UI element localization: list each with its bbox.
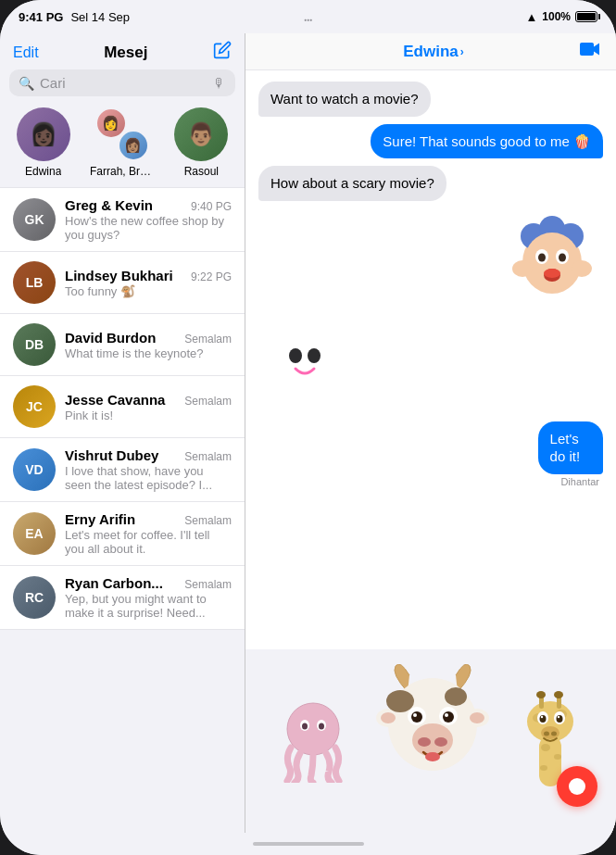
chevron-icon: › (460, 45, 464, 58)
pinned-contact-edwina[interactable]: 👩🏿 Edwina (17, 107, 70, 178)
item-info-jesse: Jesse Cavanna Semalam Pink it is! (65, 392, 232, 422)
list-item[interactable]: RC Ryan Carbon... Semalam Yep, but you m… (0, 566, 245, 630)
status-time: 9:41 PG (19, 10, 63, 24)
message-text: Want to watch a movie? (270, 91, 419, 107)
item-info-david: David Burdon Semalam What time is the ke… (65, 330, 232, 360)
svg-point-17 (308, 348, 321, 363)
item-top-david: David Burdon Semalam (65, 330, 232, 346)
status-bar: 9:41 PG Sel 14 Sep ●●● ▲ 100% (0, 0, 616, 33)
item-name: Lindsey Bukhari (65, 268, 173, 283)
animoji-cow[interactable] (372, 664, 493, 801)
message-bubble-sent: Let's do it! (538, 421, 603, 474)
avatar-edwina: 👩🏿 (17, 107, 70, 161)
status-left: 9:41 PG Sel 14 Sep (19, 10, 130, 24)
svg-point-5 (524, 233, 580, 292)
record-button[interactable] (557, 766, 597, 807)
item-info-greg: Greg & Kevin 9:40 PG How's the new coffe… (65, 197, 232, 242)
list-item[interactable]: GK Greg & Kevin 9:40 PG How's the new co… (0, 187, 245, 252)
message-bubble-row (258, 208, 603, 313)
item-time: Semalam (184, 578, 232, 591)
svg-point-66 (541, 726, 559, 739)
messages-header: Edit Mesej (0, 33, 245, 69)
item-name: Ryan Carbon... (65, 575, 163, 591)
list-item[interactable]: LB Lindsey Bukhari 9:22 PG Too funny 🐒 (0, 252, 245, 314)
svg-point-68 (551, 732, 557, 736)
battery-icon (575, 11, 597, 22)
wifi-icon: ▲ (525, 10, 537, 24)
item-name: Greg & Kevin (65, 197, 153, 213)
item-name: Jesse Cavanna (65, 392, 165, 408)
compose-button[interactable] (213, 41, 232, 64)
item-preview: Let's meet for coffee. I'll tell you all… (65, 528, 232, 556)
message-bubble-row: Sure! That sounds good to me 🍿 (258, 124, 603, 159)
item-preview: Too funny 🐒 (65, 284, 232, 298)
battery-percent: 100% (542, 10, 571, 23)
avatar-wrapper-edwina: 👩🏿 (17, 107, 70, 161)
svg-point-41 (411, 711, 422, 723)
svg-point-51 (554, 754, 561, 760)
item-top-greg: Greg & Kevin 9:40 PG (65, 197, 232, 213)
chat-messages: Want to watch a movie? Sure! That sounds… (245, 70, 616, 726)
memoji-sticker-sent (510, 208, 594, 313)
list-item[interactable]: EA Erny Arifin Semalam Let's meet for co… (0, 502, 245, 566)
item-info-lindsey: Lindsey Bukhari 9:22 PG Too funny 🐒 (65, 268, 232, 298)
item-top-ryan: Ryan Carbon... Semalam (65, 575, 232, 591)
messages-title: Mesej (104, 44, 147, 62)
list-item[interactable]: JC Jesse Cavanna Semalam Pink it is! (0, 376, 245, 438)
item-preview: Yep, but you might want to make it a sur… (65, 592, 232, 620)
message-list: GK Greg & Kevin 9:40 PG How's the new co… (0, 187, 245, 833)
chat-title[interactable]: Edwina › (403, 43, 464, 61)
svg-point-63 (557, 715, 563, 723)
svg-point-44 (445, 713, 448, 717)
item-time: 9:22 PG (191, 270, 232, 283)
svg-point-38 (445, 687, 467, 706)
avatar-lindsey: LB (13, 261, 56, 304)
svg-point-55 (536, 691, 546, 698)
svg-point-8 (538, 253, 546, 261)
search-bar[interactable]: 🔍 Cari 🎙 (9, 69, 235, 96)
svg-point-35 (381, 712, 396, 723)
pinned-contact-farrah[interactable]: 👩 👩🏽 Farrah, Brya... (90, 107, 155, 178)
message-group-sent: Let's do it! Dihantar (258, 421, 603, 487)
avatar-vishrut: VD (13, 448, 56, 491)
message-bubble-received: Want to watch a movie? (258, 82, 431, 117)
pinned-contacts-row: 👩🏿 Edwina 👩 👩🏽 Farrah, Brya... (0, 104, 245, 187)
item-info-vishrut: Vishrut Dubey Semalam I love that show, … (65, 447, 232, 492)
svg-point-67 (544, 732, 549, 736)
contact-name-edwina: Edwina (25, 165, 61, 178)
svg-point-37 (386, 690, 414, 712)
item-top-erny: Erny Arifin Semalam (65, 511, 232, 527)
battery-fill (577, 13, 596, 20)
item-preview: I love that show, have you seen the late… (65, 464, 232, 492)
animoji-octopus[interactable] (274, 690, 353, 795)
chat-header: Edwina › (245, 33, 616, 70)
messages-panel: Edit Mesej 🔍 Cari 🎙 (0, 33, 245, 833)
list-item[interactable]: VD Vishrut Dubey Semalam I love that sho… (0, 438, 245, 502)
list-item[interactable]: DB David Burdon Semalam What time is the… (0, 314, 245, 376)
item-time: Semalam (184, 514, 232, 527)
chat-panel: Edwina › Want to watch a movie? (245, 33, 616, 833)
pinned-contact-rasoul[interactable]: 👨🏽 Rasoul (174, 107, 228, 178)
svg-point-31 (319, 723, 324, 729)
item-preview: Pink it is! (65, 409, 232, 422)
svg-point-11 (572, 260, 592, 277)
svg-point-48 (425, 752, 440, 761)
avatar-wrapper-rasoul: 👨🏽 (174, 107, 228, 161)
video-call-button[interactable] (579, 41, 601, 62)
home-indicator (0, 833, 616, 855)
svg-point-13 (544, 269, 560, 278)
svg-point-9 (559, 253, 566, 261)
message-bubble-row: How about a scary movie? (258, 166, 603, 201)
contact-name-rasoul: Rasoul (184, 165, 219, 178)
avatar-greg: GK (13, 198, 56, 241)
item-top-jesse: Jesse Cavanna Semalam (65, 392, 232, 408)
svg-point-47 (434, 737, 447, 747)
status-right: ▲ 100% (525, 10, 597, 24)
home-bar (253, 842, 364, 846)
item-time: 9:40 PG (191, 200, 232, 213)
item-info-ryan: Ryan Carbon... Semalam Yep, but you migh… (65, 575, 232, 620)
mic-icon: 🎙 (213, 76, 226, 91)
edit-button[interactable]: Edit (13, 44, 39, 61)
svg-point-42 (443, 711, 454, 723)
item-time: Semalam (184, 395, 232, 408)
